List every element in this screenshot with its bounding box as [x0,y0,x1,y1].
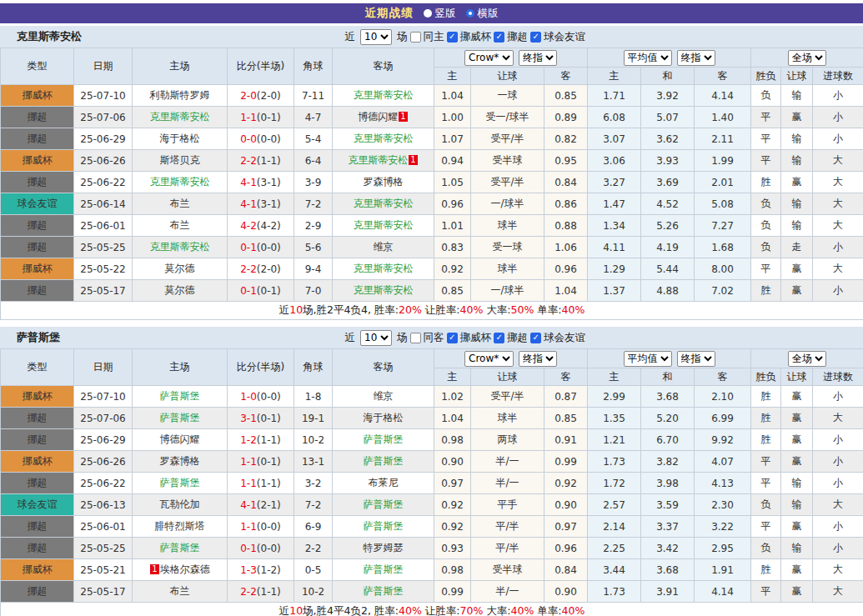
odds-stage-select[interactable]: 终指 [519,50,557,66]
recent-count-select[interactable]: 10 [360,330,392,346]
same-venue-label: 同主 [424,30,444,44]
home-team-link[interactable]: 克里斯蒂安松 [150,176,210,188]
result-wdl: 胜 [751,172,781,193]
fulltime-score: 0-0 [240,133,257,145]
halftime-score: (1-1) [257,586,281,598]
recent-count-select[interactable]: 10 [360,29,392,45]
home-team-link[interactable]: 海于格松 [160,133,200,144]
corner-cell: 6-4 [294,150,333,172]
away-team-link[interactable]: 克里斯蒂安松 [354,198,414,209]
home-team-link[interactable]: 莫尔德 [165,263,195,274]
away-team-link[interactable]: 特罗姆瑟 [364,542,404,553]
home-team-link[interactable]: 斯塔贝克 [160,154,200,166]
scope-select[interactable]: 全场 [788,351,826,367]
layout-option-vertical[interactable]: 竖版 [424,7,456,21]
home-team-link[interactable]: 莫尔德 [165,284,195,296]
match-type: 挪威杯 [1,386,74,408]
away-team-link[interactable]: 克里斯蒂安松 [354,133,414,144]
away-team-link[interactable]: 克里斯蒂安松 [354,89,414,101]
home-team-link[interactable]: 利勒斯特罗姆 [150,89,210,101]
corner-cell: 5-4 [294,128,333,150]
match-type: 挪超 [1,429,74,451]
away-team-link[interactable]: 萨普斯堡 [364,433,404,445]
away-team-link[interactable]: 维京 [374,241,394,253]
away-team-link[interactable]: 萨普斯堡 [364,455,404,467]
layout-option-horizontal[interactable]: 横版 [466,7,499,21]
odds-stage-select[interactable]: 终指 [519,351,557,367]
result-wdl: 平 [751,258,781,280]
away-team-link[interactable]: 萨普斯堡 [364,585,404,597]
away-team-link[interactable]: 克里斯蒂安松 [354,284,414,296]
home-team-link[interactable]: 萨普斯堡 [160,390,200,402]
avg-away: 9.92 [695,429,751,451]
league-filter-label: 挪威杯 [460,331,492,345]
home-team-link[interactable]: 瓦勒伦加 [160,498,200,510]
filter-bar: 近10场同主挪威杯挪超球会友谊 [345,29,586,45]
home-cell: 莫尔德 [133,258,228,280]
bookmaker-select[interactable]: Crow* [464,351,514,367]
result-goals: 大 [813,172,863,193]
avg-home: 3.27 [588,172,641,193]
odds-home: 0.99 [434,581,471,603]
league-filter-checkbox-1[interactable] [447,333,458,343]
home-team-link[interactable]: 博德闪耀 [160,433,200,445]
away-team-link[interactable]: 布莱尼 [369,477,399,488]
home-team-link[interactable]: 布兰 [170,585,190,597]
result-wdl: 平 [751,473,781,494]
home-team-link[interactable]: 埃格尔森德 [160,563,210,575]
home-team-link[interactable]: 克里斯蒂安松 [150,241,210,253]
away-team-link[interactable]: 海于格松 [364,412,404,423]
result-group-header: 全场 [751,48,863,68]
league-filter-checkbox-3[interactable] [530,32,541,43]
summary-text: 大率: [483,604,510,616]
summary-text: 40% [460,303,484,316]
avg-home: 4.11 [588,237,641,258]
bookmaker-select[interactable]: Crow* [464,50,514,66]
away-cell: 萨普斯堡 [333,559,434,581]
away-team-link[interactable]: 克里斯蒂安松 [354,219,414,231]
home-team-link[interactable]: 克里斯蒂安松 [150,111,210,123]
away-cell: 维京 [333,237,434,258]
team-section-1: 克里斯蒂安松近10场同主挪威杯挪超球会友谊类型日期主场比分(半场)角球客场Cro… [0,26,863,320]
league-filter-checkbox-3[interactable] [530,333,541,343]
avg-source-select[interactable]: 平均值 [624,351,672,367]
halftime-score: (0-0) [257,391,281,403]
avg-stage-select[interactable]: 终指 [677,50,715,66]
result-goals: 小 [813,237,863,258]
summary-text: 10 [289,604,303,616]
home-team-link[interactable]: 萨普斯堡 [160,412,200,423]
league-filter-checkbox-1[interactable] [447,32,458,43]
match-date: 25-07-06 [74,408,133,429]
away-team-link[interactable]: 克里斯蒂安松 [348,154,408,166]
away-team-link[interactable]: 萨普斯堡 [364,563,404,575]
odds-handicap: 受平/半 [471,172,544,193]
fulltime-score: 0-1 [240,285,257,297]
away-team-link[interactable]: 克里斯蒂安松 [354,263,414,274]
away-team-link[interactable]: 博德闪耀 [358,111,398,123]
odds-handicap: 受一/球半 [471,107,544,128]
away-team-link[interactable]: 罗森博格 [364,176,404,188]
home-team-link[interactable]: 萨普斯堡 [160,542,200,553]
home-team-link[interactable]: 罗森博格 [160,455,200,467]
league-filter-checkbox-2[interactable] [494,333,504,343]
odds-handicap: 一/球半 [471,193,544,215]
away-team-link[interactable]: 萨普斯堡 [364,498,404,510]
odds-home: 0.92 [434,258,471,280]
league-filter-checkbox-2[interactable] [494,32,504,43]
home-cell: 海于格松 [133,128,228,150]
match-row: 挪超25-06-01布兰4-2(4-2)2-9克里斯蒂安松1.01球半0.881… [1,215,863,237]
home-team-link[interactable]: 布兰 [170,198,190,209]
home-team-link[interactable]: 萨普斯堡 [160,477,200,488]
avg-source-select[interactable]: 平均值 [624,50,672,66]
odds-handicap: 受平/半 [471,128,544,150]
avg-stage-select[interactable]: 终指 [677,351,715,367]
home-team-link[interactable]: 腓特烈斯塔 [155,520,205,532]
scope-select[interactable]: 全场 [788,50,826,66]
match-row: 挪超25-05-17莫尔德0-1(0-1)7-0克里斯蒂安松0.85一/球半1.… [1,280,863,302]
same-venue-checkbox[interactable] [410,32,421,43]
home-team-link[interactable]: 布兰 [170,219,190,231]
same-venue-checkbox[interactable] [410,333,421,343]
away-team-link[interactable]: 萨普斯堡 [364,520,404,532]
away-team-link[interactable]: 维京 [374,390,394,402]
col-header: 客场 [333,349,434,386]
